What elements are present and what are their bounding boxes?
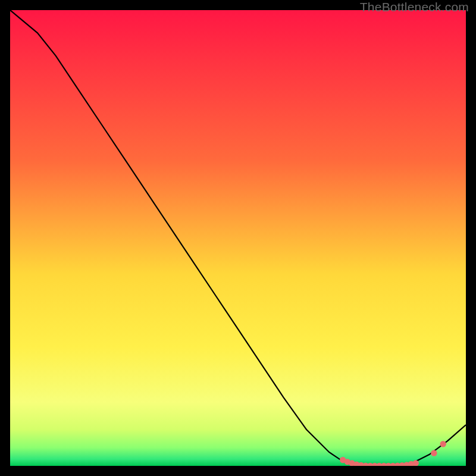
- data-point: [440, 441, 446, 447]
- watermark-text: TheBottleneck.com: [360, 0, 469, 14]
- chart-svg: [10, 10, 466, 466]
- chart-frame: TheBottleneck.com: [0, 0, 476, 476]
- gradient-background: [10, 10, 466, 466]
- data-point: [431, 450, 437, 456]
- plot-area: [10, 10, 466, 466]
